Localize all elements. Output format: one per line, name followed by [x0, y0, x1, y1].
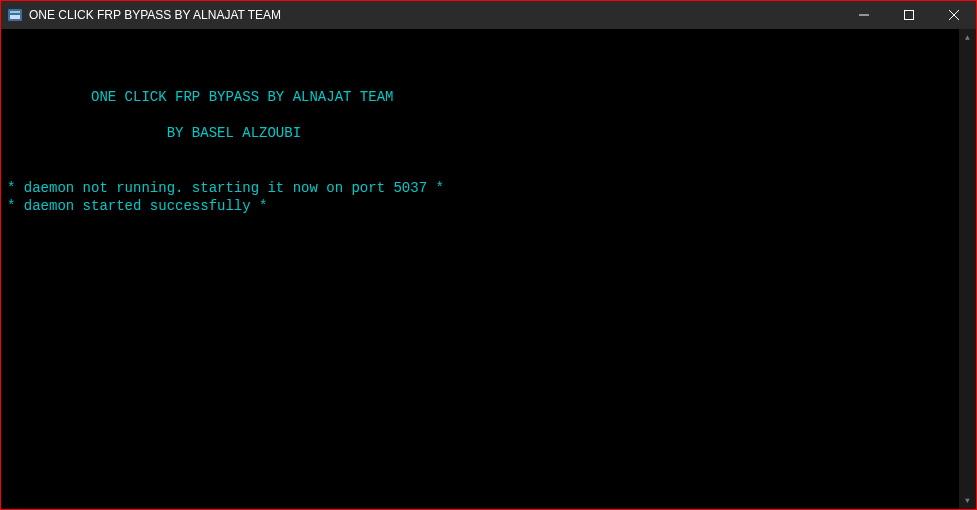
close-icon	[949, 10, 959, 20]
vertical-scrollbar[interactable]: ▲ ▼	[959, 29, 976, 509]
client-area: ONE CLICK FRP BYPASS BY ALNAJAT TEAM BY …	[1, 29, 976, 509]
titlebar[interactable]: ONE CLICK FRP BYPASS BY ALNAJAT TEAM	[1, 1, 976, 29]
window-title: ONE CLICK FRP BYPASS BY ALNAJAT TEAM	[29, 8, 841, 22]
scroll-down-arrow-icon[interactable]: ▼	[959, 492, 976, 509]
minimize-button[interactable]	[841, 1, 886, 29]
svg-rect-4	[904, 11, 913, 20]
svg-rect-2	[10, 15, 20, 19]
window-controls	[841, 1, 976, 29]
maximize-icon	[904, 10, 914, 20]
close-button[interactable]	[931, 1, 976, 29]
scroll-track[interactable]	[959, 46, 976, 492]
app-window: ONE CLICK FRP BYPASS BY ALNAJAT TEAM	[0, 0, 977, 510]
console-output: ONE CLICK FRP BYPASS BY ALNAJAT TEAM BY …	[1, 29, 959, 509]
app-icon	[7, 7, 23, 23]
svg-rect-1	[10, 11, 20, 13]
minimize-icon	[859, 10, 869, 20]
scroll-up-arrow-icon[interactable]: ▲	[959, 29, 976, 46]
maximize-button[interactable]	[886, 1, 931, 29]
